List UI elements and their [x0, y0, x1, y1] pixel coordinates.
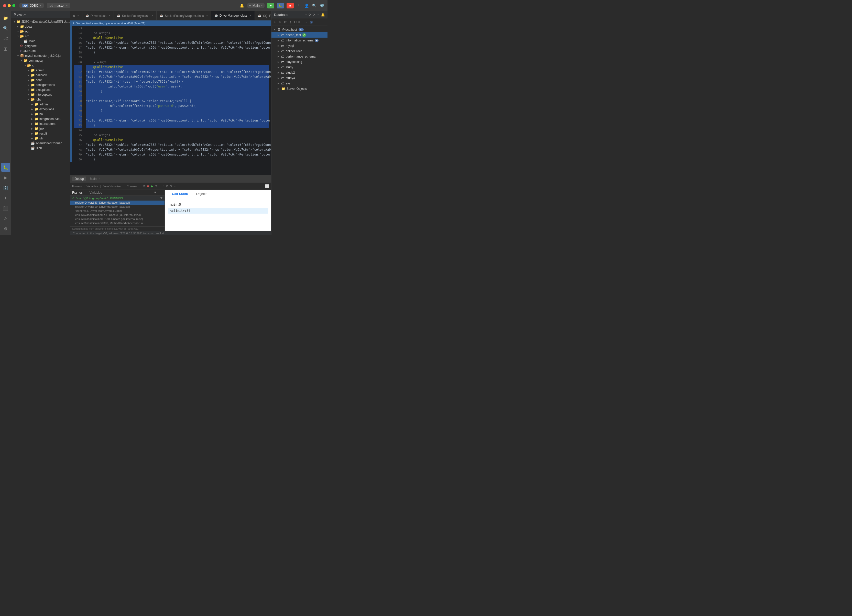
code-line[interactable]: "color:#cc7832;">if (password != "color:… [86, 99, 269, 104]
frame-item[interactable]: <clinit>:54, Driver (com.mysql.cj.jdbc) [70, 209, 165, 213]
db-arrow-btn[interactable]: → [303, 20, 308, 24]
step-over-icon[interactable]: ↷ [155, 184, 158, 188]
tree-item[interactable]: ▶📁admin [11, 68, 70, 72]
sidebar-icon-problems[interactable]: ⚠ [1, 214, 10, 223]
tree-item[interactable]: ▼📂out [11, 29, 70, 34]
tab-drivermanager[interactable]: ☕ DriverManager.class ✕ [211, 11, 255, 20]
notifications-icon[interactable]: 🔔 [239, 3, 245, 8]
variables-tab[interactable]: Variables [86, 185, 98, 188]
code-line[interactable]: "color:#cc7832;">public "color:#cc7832;"… [86, 69, 269, 74]
tab-socketfactorywrapper[interactable]: ☕ SocketFactoryWrapper.class ✕ [157, 11, 211, 20]
debug-tab-debug[interactable]: Debug [72, 177, 86, 181]
tree-item[interactable]: ◇JDBC.iml [11, 48, 70, 53]
tree-item[interactable]: ▶📁conf [11, 77, 70, 82]
tree-item[interactable]: ▶📁result [11, 131, 70, 136]
evaluate-icon[interactable]: ✎ [170, 184, 173, 188]
minimize-button[interactable] [8, 4, 11, 7]
tree-item[interactable]: ▼📂src [11, 34, 70, 39]
console-tab[interactable]: Console [127, 185, 137, 188]
tab-drivermanager-close[interactable]: ✕ [249, 14, 252, 17]
sidebar-icon-find[interactable]: 🔍 [1, 24, 10, 33]
frames-tab[interactable]: Frames [72, 185, 82, 188]
frame-item[interactable]: ensureClassInitialized:300, MethodHandle… [70, 221, 165, 225]
db-minimize-icon[interactable]: − [317, 13, 319, 17]
tree-item[interactable]: ☕Blob [11, 146, 70, 150]
code-line[interactable] [86, 113, 269, 118]
db-localhost[interactable]: ▼🖥@localhost10 [272, 27, 328, 32]
database-tree[interactable]: ▼🖥@localhost10▶🗃ebean_test✔▶🗃information… [272, 26, 328, 236]
db-item[interactable]: ▶🗃ebean_test✔ [272, 32, 328, 38]
thread-header[interactable]: ✔"main"@1 in group "main": RUNNING⧩ [70, 196, 165, 201]
debug-tab-main[interactable]: Main ✕ [87, 177, 103, 181]
sidebar-icon-terminal[interactable]: ⬛ [1, 204, 10, 213]
tree-item[interactable]: ▶📁callback [11, 72, 70, 77]
tree-item[interactable]: ▶📁integration.c3p0 [11, 116, 70, 121]
tree-item[interactable]: ▼📂cj [11, 63, 70, 68]
code-line[interactable] [86, 94, 269, 99]
tree-item[interactable]: ▶📁exceptions [11, 87, 70, 92]
more-options-icon[interactable]: ⋮ [296, 3, 301, 8]
db-add-icon[interactable]: + [305, 13, 307, 17]
stack-item[interactable]: <clinit>:54 [168, 208, 268, 214]
code-content[interactable]: no usages @CallerSensitive "color:#cc783… [84, 26, 271, 175]
tree-item[interactable]: ⚙.gitignore [11, 44, 70, 48]
tab-sqlexc[interactable]: ☕ SQLExc... [255, 11, 271, 20]
tree-item[interactable]: ▼📂jdbc [11, 97, 70, 102]
java-visualizer-tab[interactable]: Java Visualizer [103, 185, 122, 188]
tab-driver-close[interactable]: ✕ [109, 14, 110, 17]
code-line[interactable]: "color:#cc7832;">return "color:#ffc66d;"… [86, 118, 269, 123]
code-line[interactable]: "color:#cc7832;">public "color:#cc7832;"… [86, 41, 269, 45]
tree-item[interactable]: ▼📂com.mysql [11, 58, 70, 63]
tree-item[interactable]: ▼📁JDBC ~/Desktop/CS/JavaEE/1 Ja... [11, 19, 70, 24]
db-item[interactable]: ▶🗃mysql [272, 43, 328, 48]
restore-icon[interactable]: ⟳ [143, 184, 146, 188]
sidebar-icon-structure[interactable]: ◫ [1, 44, 10, 53]
db-item[interactable]: ▶🗃study2 [272, 70, 328, 75]
code-line[interactable]: "color:#cc7832;">public "color:#cc7832;"… [86, 142, 269, 147]
maximize-button[interactable] [12, 4, 15, 7]
tab-a[interactable]: a ✕ [70, 11, 82, 20]
code-line[interactable]: info."color:#ffc66d;">put("user", user); [86, 84, 269, 89]
settings-icon[interactable]: ⚙️ [319, 3, 325, 8]
db-refresh-icon[interactable]: ⟳ [308, 13, 311, 17]
code-line[interactable] [86, 26, 269, 31]
code-line[interactable]: 1 usage [86, 60, 269, 65]
code-editor[interactable]: 5354555657585960616263646566676869707172… [70, 26, 271, 175]
tree-item[interactable]: ▼📦mysql-connector-j-8.2.0.jar [11, 53, 70, 58]
run-button[interactable]: ▶ [267, 3, 274, 8]
tab-a-close[interactable]: ✕ [77, 14, 79, 17]
tab-socketfactorywrapper-close[interactable]: ✕ [206, 14, 208, 17]
sidebar-icon-debug[interactable]: 🐛 [1, 163, 10, 172]
maximize-panel-icon[interactable]: ⬜ [265, 184, 269, 188]
filter-icon[interactable]: ⧩ [154, 191, 156, 195]
project-tree[interactable]: ▼📁JDBC ~/Desktop/CS/JavaEE/1 Ja...▶📁.ide… [11, 18, 70, 236]
tree-item[interactable]: ▶📁util [11, 136, 70, 141]
tree-item[interactable]: ▶📁exceptions [11, 107, 70, 112]
account-icon[interactable]: 👤 [304, 3, 309, 8]
db-item[interactable]: ▶🗃staybooking [272, 59, 328, 65]
frames-list[interactable]: ✔"main"@1 in group "main": RUNNING⧩regis… [70, 196, 165, 226]
db-bell-icon[interactable]: 🔔 [321, 13, 325, 17]
step-out-icon[interactable]: ↑ [162, 184, 164, 188]
tab-socketfactory[interactable]: ☕ SocketFactory.class ✕ [114, 11, 157, 20]
db-edit-btn[interactable]: ✎ [278, 20, 282, 24]
sidebar-icon-run[interactable]: ▶ [1, 173, 10, 182]
project-header-dropdown[interactable]: ▾ [24, 13, 26, 16]
db-refresh-btn[interactable]: ⟳ [283, 20, 288, 24]
db-item[interactable]: ▶🗃information_schema◉ [272, 38, 328, 43]
mute-breakpoints-icon[interactable]: ⊘ [166, 184, 168, 188]
stack-item[interactable]: main:5 [168, 202, 268, 207]
code-line[interactable]: } [86, 50, 269, 55]
stop-button[interactable]: ■ [287, 3, 294, 8]
tree-item[interactable]: ▶📁interceptors [11, 92, 70, 97]
sidebar-icon-database[interactable]: 🗄️ [1, 183, 10, 192]
branch-selector[interactable]: ⎇ master ▾ [47, 3, 70, 8]
db-item[interactable]: ▶📁Server Objects [272, 86, 328, 91]
sidebar-icon-git[interactable]: ⎇ [1, 34, 10, 43]
code-line[interactable] [86, 128, 269, 133]
step-into-icon[interactable]: ↓ [159, 184, 161, 188]
db-item[interactable]: ▶🗃study4 [272, 75, 328, 81]
frames-header-frames[interactable]: Frames [72, 191, 83, 195]
db-close-icon[interactable]: ✕ [313, 13, 316, 17]
tree-item[interactable]: ▶📁.idea [11, 24, 70, 29]
